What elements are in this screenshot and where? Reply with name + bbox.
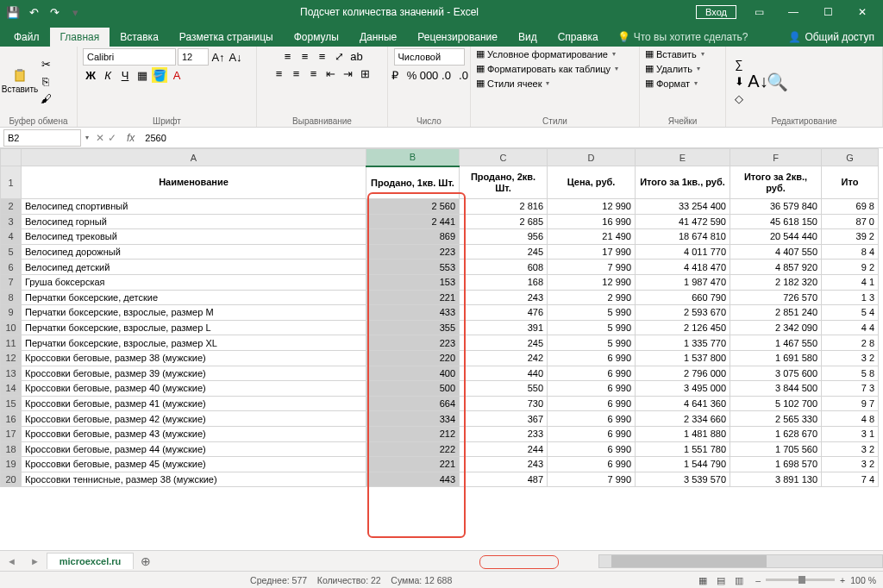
cell[interactable]: 4 011 770 bbox=[636, 244, 730, 260]
cell[interactable]: 1 544 790 bbox=[636, 457, 730, 472]
tab-insert[interactable]: Вставка bbox=[110, 28, 169, 47]
cell[interactable]: 1 698 570 bbox=[730, 457, 822, 472]
cell[interactable]: Кроссовки беговые, размер 38 (мужские) bbox=[22, 350, 366, 366]
italic-icon[interactable]: К bbox=[100, 67, 116, 83]
format-table-button[interactable]: ▦Форматировать как таблицу▾ bbox=[476, 63, 620, 74]
cell[interactable]: 440 bbox=[460, 366, 548, 381]
cell[interactable]: 87 0 bbox=[822, 214, 879, 229]
cell[interactable]: 16 990 bbox=[548, 214, 636, 229]
zoom-level[interactable]: 100 % bbox=[850, 575, 876, 585]
cell[interactable]: 2 334 660 bbox=[636, 411, 730, 427]
tab-layout[interactable]: Разметка страницы bbox=[169, 28, 284, 47]
merge-icon[interactable]: ⊞ bbox=[358, 66, 373, 81]
share-button[interactable]: 👤Общий доступ bbox=[780, 28, 883, 47]
cell[interactable]: Продано, 2кв. Шт. bbox=[460, 166, 548, 199]
cell[interactable]: 7 3 bbox=[822, 381, 879, 397]
cell[interactable]: Кроссовки беговые, размер 41 (мужские) bbox=[22, 396, 366, 411]
cell[interactable]: 243 bbox=[460, 457, 548, 472]
qat-dropdown-icon[interactable]: ▾ bbox=[67, 4, 83, 20]
currency-icon[interactable]: ₽ bbox=[387, 67, 403, 83]
cell[interactable]: 608 bbox=[460, 260, 548, 275]
cell[interactable]: Перчатки боксерские, взрослые, размер M bbox=[22, 305, 366, 321]
cell[interactable]: 3 891 130 bbox=[730, 472, 822, 487]
cell[interactable]: 3 495 000 bbox=[636, 381, 730, 397]
format-painter-icon[interactable]: 🖌 bbox=[38, 91, 53, 107]
cell[interactable]: 21 490 bbox=[548, 229, 636, 245]
cell[interactable]: 391 bbox=[460, 320, 548, 335]
cell[interactable]: Наименование bbox=[22, 166, 366, 199]
col-header-e[interactable]: E bbox=[636, 149, 730, 166]
percent-icon[interactable]: % bbox=[404, 67, 420, 83]
page-layout-view-icon[interactable]: ▤ bbox=[713, 575, 729, 585]
row-header[interactable]: 15 bbox=[1, 396, 22, 411]
cancel-formula-icon[interactable]: ✕ bbox=[96, 132, 104, 144]
tab-review[interactable]: Рецензирование bbox=[407, 28, 508, 47]
cut-icon[interactable]: ✂ bbox=[38, 57, 53, 72]
row-header[interactable]: 12 bbox=[1, 350, 22, 366]
row-header[interactable]: 16 bbox=[1, 411, 22, 427]
cell[interactable]: 221 bbox=[366, 457, 460, 472]
cell[interactable]: 221 bbox=[366, 290, 460, 305]
cell[interactable]: 242 bbox=[460, 350, 548, 366]
cell[interactable]: 5 102 700 bbox=[730, 396, 822, 411]
cell[interactable]: Кроссовки беговые, размер 42 (мужские) bbox=[22, 411, 366, 427]
font-name-select[interactable] bbox=[83, 48, 176, 66]
cell[interactable]: 222 bbox=[366, 441, 460, 457]
orientation-icon[interactable]: ⤢ bbox=[332, 48, 348, 64]
cell[interactable]: 3 844 500 bbox=[730, 381, 822, 397]
undo-icon[interactable]: ↶ bbox=[26, 4, 41, 20]
cell[interactable]: Перчатки боксерские, взрослые, размер L bbox=[22, 320, 366, 335]
comma-icon[interactable]: 000 bbox=[422, 67, 437, 83]
cell[interactable]: 433 bbox=[366, 305, 460, 321]
cell[interactable]: 245 bbox=[460, 244, 548, 260]
cell[interactable]: 7 990 bbox=[548, 472, 636, 487]
cell[interactable]: 9 7 bbox=[822, 396, 879, 411]
cell-styles-button[interactable]: ▦Стили ячеек▾ bbox=[476, 78, 551, 89]
namebox-dropdown-icon[interactable]: ▾ bbox=[84, 134, 91, 141]
cell[interactable]: 355 bbox=[366, 320, 460, 335]
cell[interactable]: 2 565 330 bbox=[730, 411, 822, 427]
cell[interactable]: 69 8 bbox=[822, 199, 879, 215]
copy-icon[interactable]: ⎘ bbox=[38, 74, 53, 90]
cell[interactable]: 1 691 580 bbox=[730, 350, 822, 366]
fill-color-icon[interactable]: 🪣 bbox=[152, 67, 167, 83]
cell[interactable]: Кроссовки беговые, размер 43 (мужские) bbox=[22, 426, 366, 441]
cell[interactable]: 367 bbox=[460, 411, 548, 427]
borders-icon[interactable]: ▦ bbox=[135, 67, 150, 83]
cell[interactable]: 6 990 bbox=[548, 366, 636, 381]
cell[interactable]: 33 254 400 bbox=[636, 199, 730, 215]
cell[interactable]: 2 851 240 bbox=[730, 305, 822, 321]
cell[interactable]: 168 bbox=[460, 274, 548, 290]
cell[interactable]: Кроссовки беговые, размер 45 (мужские) bbox=[22, 457, 366, 472]
select-all-corner[interactable] bbox=[1, 149, 22, 166]
bold-icon[interactable]: Ж bbox=[83, 67, 98, 83]
cell[interactable]: 4 8 bbox=[822, 411, 879, 427]
cell[interactable]: Итого за 2кв., руб. bbox=[730, 166, 822, 199]
increase-font-icon[interactable]: A↑ bbox=[210, 49, 226, 65]
cell[interactable]: 487 bbox=[460, 472, 548, 487]
cell[interactable]: Велосипед спортивный bbox=[22, 199, 366, 215]
cell[interactable]: 4 418 470 bbox=[636, 260, 730, 275]
cell[interactable]: 18 674 810 bbox=[636, 229, 730, 245]
cell[interactable]: 334 bbox=[366, 411, 460, 427]
cell[interactable]: 6 990 bbox=[548, 411, 636, 427]
row-header[interactable]: 18 bbox=[1, 441, 22, 457]
cell[interactable]: 20 544 440 bbox=[730, 229, 822, 245]
cell[interactable]: 1 537 800 bbox=[636, 350, 730, 366]
sheet-tab[interactable]: microexcel.ru bbox=[47, 553, 135, 569]
row-header[interactable]: 11 bbox=[1, 335, 22, 351]
formula-input[interactable]: 2560 bbox=[140, 133, 883, 143]
tab-data[interactable]: Данные bbox=[349, 28, 407, 47]
conditional-format-button[interactable]: ▦Условное форматирование▾ bbox=[476, 48, 617, 59]
cell[interactable]: 6 990 bbox=[548, 426, 636, 441]
cell[interactable]: 36 579 840 bbox=[730, 199, 822, 215]
cell[interactable]: 3 2 bbox=[822, 441, 879, 457]
cell[interactable]: 5 8 bbox=[822, 366, 879, 381]
wrap-text-icon[interactable]: ab bbox=[349, 48, 365, 64]
align-left-icon[interactable]: ≡ bbox=[272, 66, 287, 81]
cell[interactable]: 7 990 bbox=[548, 260, 636, 275]
align-right-icon[interactable]: ≡ bbox=[306, 66, 322, 81]
col-header-d[interactable]: D bbox=[548, 149, 636, 166]
decrease-indent-icon[interactable]: ⇤ bbox=[323, 66, 339, 81]
cell[interactable]: Кроссовки теннисные, размер 38 (мужские) bbox=[22, 472, 366, 487]
